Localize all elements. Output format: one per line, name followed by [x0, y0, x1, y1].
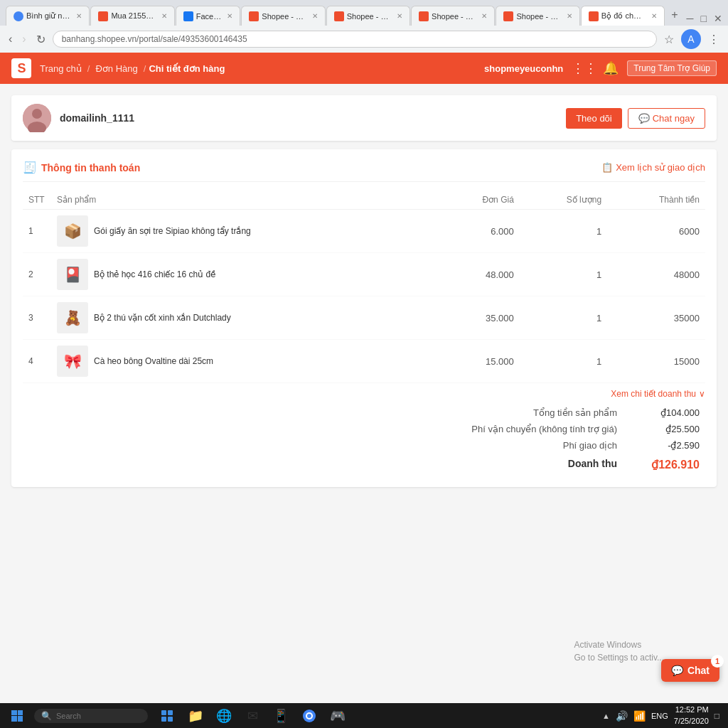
tab-label-6: Shopee - Kênh Ng...	[432, 12, 476, 21]
tab-close-7[interactable]: ✕	[567, 12, 572, 20]
taskbar-clock: 12:52 PM 7/25/2020	[674, 705, 709, 727]
taskbar-app-edge[interactable]: 🌐	[210, 705, 237, 727]
col-price: Đơn Giá	[439, 191, 520, 210]
cell-total: 48000	[607, 253, 705, 296]
breadcrumb-orders[interactable]: Đơn Hàng	[92, 62, 140, 75]
taskbar-search[interactable]: 🔍	[34, 709, 148, 723]
tab-close-4[interactable]: ✕	[312, 12, 318, 20]
search-icon: 🔍	[41, 711, 52, 721]
tab-close-8[interactable]: ✕	[651, 12, 657, 20]
cell-price: 6.000	[439, 210, 520, 253]
col-stt: STT	[23, 191, 51, 210]
tab-5[interactable]: Shopee - Kênh Ng... ✕	[326, 6, 410, 26]
search-input[interactable]	[56, 712, 127, 720]
profile-icon[interactable]: A	[681, 29, 701, 49]
col-total: Thành tiền	[607, 191, 705, 210]
tab-6[interactable]: Shopee - Kênh Ng... ✕	[411, 6, 495, 26]
tab-label-1: Bình giữ nhiệt King...	[26, 11, 70, 21]
chat-now-button[interactable]: 💬 Chat ngay	[628, 108, 705, 129]
lang-indicator[interactable]: ENG	[651, 712, 668, 720]
taskbar-app-chrome[interactable]	[296, 705, 323, 727]
cell-qty: 1	[520, 296, 607, 340]
product-thumbnail: 📦	[57, 215, 88, 247]
tab-close-5[interactable]: ✕	[397, 12, 402, 20]
cell-qty: 1	[520, 210, 607, 253]
svg-rect-6	[168, 717, 173, 722]
breadcrumb: Trang chủ / Đơn Hàng / Chi tiết đơn hàng	[37, 62, 225, 75]
product-thumbnail: 🎴	[57, 259, 88, 290]
tab-1[interactable]: Bình giữ nhiệt King... ✕	[6, 6, 90, 26]
table-row: 3 🧸 Bộ 2 thú vặn cốt xinh xắn Dutchlady …	[23, 296, 705, 340]
breadcrumb-sep-2: /	[144, 63, 146, 74]
shopee-logo: S	[11, 58, 31, 78]
bell-icon[interactable]: 🔔	[603, 60, 619, 76]
grid-icon[interactable]: ⋮⋮	[572, 60, 597, 76]
follow-button[interactable]: Theo dõi	[566, 108, 622, 129]
history-icon: 📋	[601, 162, 613, 173]
taskbar-app-explorer[interactable]	[154, 705, 181, 727]
back-button[interactable]: ‹	[6, 31, 15, 47]
order-card: 🧾 Thông tin thanh toán 📋 Xem lịch sử gia…	[11, 149, 717, 487]
notifications-button[interactable]: □	[714, 711, 719, 721]
forward-button[interactable]: ›	[19, 31, 28, 47]
cell-stt: 2	[23, 253, 51, 296]
speaker-icon: 🔊	[616, 710, 628, 722]
tab-close-1[interactable]: ✕	[76, 12, 82, 20]
chat-float-button[interactable]: 💬 Chat 1	[661, 659, 719, 682]
cell-price: 48.000	[439, 253, 520, 296]
tab-label-3: Facebook	[196, 12, 222, 21]
taskbar-app-files[interactable]: 📁	[182, 705, 209, 727]
tab-3[interactable]: Facebook ✕	[176, 6, 241, 26]
bookmark-button[interactable]: ☆	[661, 31, 677, 48]
cell-total: 35000	[607, 296, 705, 340]
taskbar-right: ▲ 🔊 📶 ENG 12:52 PM 7/25/2020 □	[602, 705, 725, 727]
tab-close-3[interactable]: ✕	[227, 12, 232, 20]
minimize-button[interactable]: ─	[684, 11, 697, 26]
svg-rect-5	[161, 717, 166, 722]
chat-badge: 1	[711, 655, 724, 668]
tab-close-6[interactable]: ✕	[481, 12, 487, 20]
cell-total: 15000	[607, 340, 705, 383]
breadcrumb-home[interactable]: Trang chủ	[37, 62, 85, 75]
transaction-history-link[interactable]: 📋 Xem lịch sử giao dịch	[601, 162, 705, 173]
table-row: 2 🎴 Bộ thẻ học 416 chiếc 16 chủ đề 48.00…	[23, 253, 705, 296]
cell-stt: 3	[23, 296, 51, 340]
taskbar-app-viber[interactable]: 📱	[267, 705, 294, 727]
start-button[interactable]	[3, 706, 31, 726]
tab-close-2[interactable]: ✕	[161, 12, 167, 20]
tab-favicon-3	[183, 11, 193, 21]
support-button[interactable]: Trung Tâm Trợ Giúp	[627, 60, 717, 76]
tab-7[interactable]: Shopee - Kênh Ng... ✕	[496, 6, 579, 26]
browser-toolbar: ‹ › ↻ banhang.shopee.vn/portal/sale/4935…	[0, 26, 728, 53]
reload-button[interactable]: ↻	[33, 31, 48, 48]
menu-button[interactable]: ⋮	[705, 31, 722, 48]
transaction-fee-row: Phí giao dịch -₫2.590	[23, 437, 705, 454]
svg-point-9	[307, 714, 311, 718]
tab-2[interactable]: Mua 2155 từ shop... ✕	[90, 6, 174, 26]
windows-icon	[11, 710, 23, 722]
breadcrumb-current: Chi tiết đơn hàng	[149, 63, 225, 74]
tab-favicon-1	[14, 11, 23, 21]
breadcrumb-sep-1: /	[87, 63, 90, 74]
new-tab-button[interactable]: +	[665, 9, 683, 21]
taskbar-app-mail[interactable]: ✉	[239, 705, 266, 727]
taskbar-apps: 📁 🌐 ✉ 📱 🎮	[154, 705, 351, 727]
address-bar[interactable]: banhang.shopee.vn/portal/sale/4935360014…	[53, 31, 657, 48]
cell-product: 🎴 Bộ thẻ học 416 chiếc 16 chủ đề	[51, 253, 439, 296]
revenue-row: Doanh thu ₫126.910	[23, 454, 705, 476]
close-button[interactable]: ✕	[711, 11, 725, 26]
col-product: Sản phẩm	[51, 191, 439, 210]
product-total-row: Tổng tiền sản phẩm ₫104.000	[23, 405, 705, 421]
chat-icon: 💬	[638, 113, 650, 124]
view-detail-link[interactable]: Xem chi tiết doanh thu ∨	[23, 389, 705, 399]
tab-4[interactable]: Shopee - Kênh Ng... ✕	[241, 6, 325, 26]
tab-8[interactable]: Bộ đồ chơi rút gỗ 5... ✕	[581, 6, 665, 26]
tab-favicon-7	[503, 11, 513, 21]
tabs-bar: Bình giữ nhiệt King... ✕ Mua 2155 từ sho…	[0, 0, 728, 26]
maximize-button[interactable]: □	[698, 11, 710, 26]
store-name: shopmeyeuconhn	[484, 63, 563, 74]
tab-label-4: Shopee - Kênh Ng...	[262, 12, 306, 21]
cell-qty: 1	[520, 340, 607, 383]
address-text: banhang.shopee.vn/portal/sale/4935360014…	[62, 34, 247, 44]
taskbar-app-extra[interactable]: 🎮	[324, 705, 351, 727]
